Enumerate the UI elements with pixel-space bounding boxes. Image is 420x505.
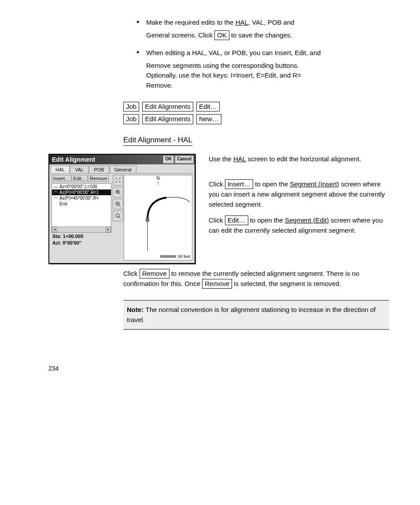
segment-insert-link[interactable]: Segment (Insert) — [290, 180, 339, 188]
bullet-icon: • — [136, 48, 146, 58]
svg-point-7 — [116, 214, 119, 217]
tab-hal[interactable]: HAL — [51, 166, 70, 173]
zoom-in-icon[interactable] — [113, 187, 123, 197]
bullet-2-text: When editing a HAL, VAL, or POB, you can… — [146, 48, 389, 58]
dialog-remove-button[interactable]: Remove — [88, 175, 109, 182]
alignment-preview: N ↑ 80 feet — [124, 175, 192, 260]
edit-desc: Click Edit… to open the Segment (Edit) s… — [209, 215, 389, 236]
insert-desc: Click Insert… to open the Segment (Inser… — [209, 179, 389, 210]
scale-indicator: 80 feet — [160, 254, 190, 259]
scroll-right-icon[interactable]: ▸ — [106, 227, 111, 232]
status-sta: Sta: 1+00.000 — [52, 234, 111, 240]
remove-ref-button-2: Remove — [202, 279, 232, 289]
bullet-2-line3: Optionally, use the hot keys: I=Insert, … — [146, 71, 389, 81]
note-label: Note: — [127, 306, 146, 313]
bullet-2-line4: Remove. — [146, 81, 389, 91]
tab-pob[interactable]: POB — [89, 166, 109, 173]
svg-line-1 — [119, 193, 121, 195]
path-new-2: New… — [196, 114, 221, 124]
status-azi: Azi: 0°00'00" — [52, 240, 111, 246]
path-editalign-2: Edit Alignments — [142, 114, 193, 124]
dialog-insert-button[interactable]: Insert… — [52, 175, 71, 182]
segment-edit-link[interactable]: Segment (Edit) — [285, 216, 329, 224]
edit-alignment-dialog: Edit Alignment OK Cancel HAL VAL POB Gen… — [48, 154, 195, 264]
svg-line-5 — [119, 205, 121, 207]
zoom-extents-icon[interactable] — [113, 175, 123, 186]
tab-val[interactable]: VAL — [70, 166, 88, 173]
svg-line-8 — [119, 217, 121, 219]
zoom-out-icon[interactable] — [113, 199, 123, 209]
remove-desc: Click Remove to remove the currently sel… — [123, 268, 389, 289]
list-item[interactable]: ◠Az(P)=0°00'00",R=1 — [52, 189, 111, 195]
list-scrollbar[interactable]: ◂ ▸ — [52, 227, 111, 232]
bullet-icon: • — [136, 18, 146, 28]
intro-text: Use the HAL screen to edit the horizonta… — [209, 154, 389, 164]
list-item[interactable]: End — [52, 201, 111, 207]
svg-point-9 — [146, 218, 149, 222]
segment-list[interactable]: —Az=0°00'00",L=100. ◠Az(P)=0°00'00",R=1 … — [52, 183, 111, 233]
remove-ref-button-1: Remove — [140, 269, 169, 278]
section-heading: Edit Alignment - HAL — [123, 136, 389, 146]
hal-screen-link[interactable]: HAL — [233, 155, 246, 163]
bullet-1-cont: General screens. Click OK to save the ch… — [146, 30, 389, 41]
path-job-2: Job — [123, 114, 139, 124]
hal-link[interactable]: HAL — [236, 19, 248, 26]
dialog-cancel-button[interactable]: Cancel — [175, 156, 194, 163]
bullet-1-text: Make the required edits to the HAL, VAL,… — [146, 18, 389, 28]
list-item[interactable]: ◠Az(P)=45°00'00",R= — [52, 195, 111, 201]
bullet-2-line2: Remove segments using the corresponding … — [146, 61, 389, 71]
path-edit-1: Edit… — [196, 102, 220, 111]
scroll-left-icon[interactable]: ◂ — [52, 227, 57, 232]
note-box: Note: The normal convention is for align… — [123, 300, 389, 330]
zoom-window-icon[interactable] — [113, 211, 123, 221]
dialog-title: Edit Alignment — [52, 156, 95, 163]
insert-ref-button: Insert… — [225, 179, 254, 189]
tab-general[interactable]: General — [110, 166, 136, 173]
dialog-edit-button[interactable]: Edit… — [72, 175, 88, 182]
list-item[interactable]: —Az=0°00'00",L=100. — [52, 184, 111, 189]
dialog-ok-button[interactable]: OK — [163, 156, 174, 163]
path-editalign-1: Edit Alignments — [142, 102, 193, 111]
edit-ref-button: Edit… — [225, 215, 248, 225]
path-job-1: Job — [123, 102, 139, 111]
page-number: 234 — [48, 365, 389, 372]
ok-ref-button: OK — [214, 30, 229, 40]
